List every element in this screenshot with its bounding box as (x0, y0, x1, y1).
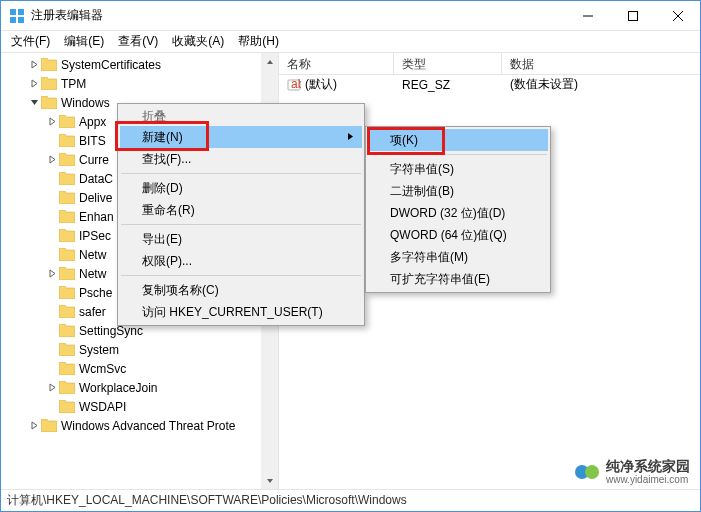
menubar: 文件(F) 编辑(E) 查看(V) 收藏夹(A) 帮助(H) (1, 31, 700, 53)
col-name[interactable]: 名称 (279, 53, 394, 74)
svg-point-11 (585, 465, 599, 479)
context-menu-item[interactable]: 查找(F)... (120, 148, 362, 170)
context-menu-label: 项(K) (390, 132, 418, 149)
titlebar: 注册表编辑器 (1, 1, 700, 31)
context-menu-label: 删除(D) (142, 180, 183, 197)
folder-icon (41, 419, 57, 432)
tree-item-label: BITS (79, 134, 106, 148)
folder-icon (59, 305, 75, 318)
tree-item-label: safer (79, 305, 106, 319)
maximize-button[interactable] (610, 1, 655, 30)
folder-icon (59, 172, 75, 185)
expand-icon[interactable] (27, 60, 41, 69)
tree-item-label: Psche (79, 286, 112, 300)
context-menu-separator (121, 275, 361, 276)
context-menu-item[interactable]: QWORD (64 位)值(Q) (368, 224, 548, 246)
expand-icon[interactable] (27, 421, 41, 430)
tree-item-label: Appx (79, 115, 106, 129)
context-menu-item[interactable]: 导出(E) (120, 228, 362, 250)
context-menu-item[interactable]: 访问 HKEY_CURRENT_USER(T) (120, 301, 362, 323)
tree-item[interactable]: WcmSvc (1, 359, 278, 378)
folder-icon (59, 286, 75, 299)
context-menu-item[interactable]: 字符串值(S) (368, 158, 548, 180)
context-menu-item[interactable]: 可扩充字符串值(E) (368, 268, 548, 290)
context-menu-label: QWORD (64 位)值(Q) (390, 227, 507, 244)
folder-icon (59, 400, 75, 413)
folder-icon (59, 134, 75, 147)
col-data[interactable]: 数据 (502, 53, 700, 74)
tree-item[interactable]: WorkplaceJoin (1, 378, 278, 397)
context-menu-label: 字符串值(S) (390, 161, 454, 178)
watermark-logo-icon (574, 459, 600, 485)
tree-item-label: Windows Advanced Threat Prote (61, 419, 236, 433)
scroll-up-icon[interactable] (261, 53, 278, 70)
context-menu-item[interactable]: 新建(N) (120, 126, 362, 148)
context-menu: 折叠新建(N)查找(F)...删除(D)重命名(R)导出(E)权限(P)...复… (117, 103, 365, 326)
context-menu-separator (121, 173, 361, 174)
expand-icon[interactable] (45, 383, 59, 392)
tree-item-label: Windows (61, 96, 110, 110)
context-menu-item[interactable]: 重命名(R) (120, 199, 362, 221)
tree-item-label: WorkplaceJoin (79, 381, 157, 395)
scroll-down-icon[interactable] (261, 472, 278, 489)
context-menu-item[interactable]: 项(K) (368, 129, 548, 151)
folder-icon (59, 115, 75, 128)
expand-icon[interactable] (27, 98, 41, 107)
tree-item[interactable]: Windows Advanced Threat Prote (1, 416, 278, 435)
expand-icon[interactable] (45, 117, 59, 126)
menu-view[interactable]: 查看(V) (112, 31, 164, 52)
context-submenu-new: 项(K)字符串值(S)二进制值(B)DWORD (32 位)值(D)QWORD … (365, 126, 551, 293)
tree-item[interactable]: SystemCertificates (1, 55, 278, 74)
menu-favorites[interactable]: 收藏夹(A) (166, 31, 230, 52)
watermark: 纯净系统家园 www.yidaimei.com (574, 459, 690, 485)
tree-item[interactable]: System (1, 340, 278, 359)
folder-icon (59, 381, 75, 394)
string-value-icon: ab (287, 78, 301, 92)
close-button[interactable] (655, 1, 700, 30)
context-menu-item[interactable]: 二进制值(B) (368, 180, 548, 202)
context-menu-label: 访问 HKEY_CURRENT_USER(T) (142, 304, 323, 321)
context-menu-item[interactable]: 多字符串值(M) (368, 246, 548, 268)
app-icon (9, 8, 25, 24)
folder-icon (59, 153, 75, 166)
context-menu-label: 二进制值(B) (390, 183, 454, 200)
list-row[interactable]: ab(默认)REG_SZ(数值未设置) (279, 75, 700, 94)
registry-editor-window: 注册表编辑器 文件(F) 编辑(E) 查看(V) 收藏夹(A) 帮助(H) Sy… (0, 0, 701, 512)
menu-help[interactable]: 帮助(H) (232, 31, 285, 52)
tree-item-label: Curre (79, 153, 109, 167)
column-headers: 名称 类型 数据 (279, 53, 700, 75)
tree-item-label: DataC (79, 172, 113, 186)
context-menu-item[interactable]: 删除(D) (120, 177, 362, 199)
tree-item-label: System (79, 343, 119, 357)
context-menu-item[interactable]: DWORD (32 位)值(D) (368, 202, 548, 224)
folder-icon (59, 343, 75, 356)
context-menu-item[interactable]: 复制项名称(C) (120, 279, 362, 301)
folder-icon (41, 96, 57, 109)
context-menu-label: 新建(N) (142, 129, 183, 146)
tree-item[interactable]: WSDAPI (1, 397, 278, 416)
expand-icon[interactable] (45, 269, 59, 278)
context-menu-label: DWORD (32 位)值(D) (390, 205, 505, 222)
value-name: (默认) (305, 76, 337, 93)
context-menu-separator (121, 224, 361, 225)
expand-icon[interactable] (45, 155, 59, 164)
context-menu-label: 查找(F)... (142, 151, 191, 168)
context-menu-label: 多字符串值(M) (390, 249, 468, 266)
tree-item-label: Netw (79, 267, 106, 281)
minimize-button[interactable] (565, 1, 610, 30)
col-type[interactable]: 类型 (394, 53, 502, 74)
context-menu-item[interactable]: 权限(P)... (120, 250, 362, 272)
context-menu-header: 折叠 (120, 106, 362, 126)
tree-item-label: Delive (79, 191, 112, 205)
menu-file[interactable]: 文件(F) (5, 31, 56, 52)
tree-item-label: Enhan (79, 210, 114, 224)
expand-icon[interactable] (27, 79, 41, 88)
window-title: 注册表编辑器 (31, 7, 565, 24)
menu-edit[interactable]: 编辑(E) (58, 31, 110, 52)
context-menu-label: 复制项名称(C) (142, 282, 219, 299)
folder-icon (59, 248, 75, 261)
context-menu-label: 导出(E) (142, 231, 182, 248)
folder-icon (41, 58, 57, 71)
submenu-arrow-icon (347, 130, 354, 144)
tree-item[interactable]: TPM (1, 74, 278, 93)
